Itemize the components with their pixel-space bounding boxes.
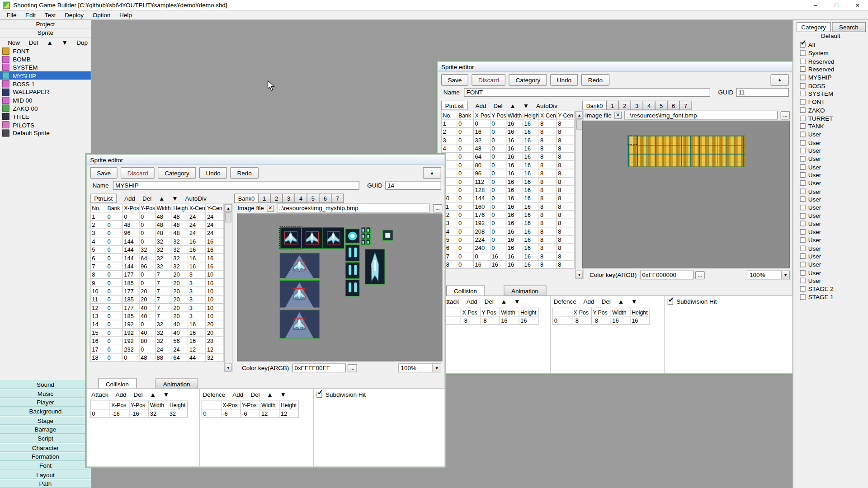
resource-section-button[interactable]: Sound xyxy=(0,380,91,389)
category-filter-item[interactable]: User xyxy=(793,171,868,179)
checkbox[interactable] xyxy=(800,197,805,202)
bank-tab[interactable]: 2 xyxy=(618,101,631,110)
defence-row[interactable]: 0-8-81616 xyxy=(553,316,650,324)
attack-toolbar-button[interactable]: Del xyxy=(133,391,142,398)
category-filter-item[interactable]: User xyxy=(793,211,868,220)
menu-item[interactable]: Edit xyxy=(21,12,40,19)
defence-toolbar-button[interactable]: ▲ xyxy=(267,391,273,398)
bank-tab[interactable]: 3 xyxy=(631,101,643,110)
category-filter-item[interactable]: Reserved xyxy=(793,66,868,74)
editor-toolbar-button[interactable]: Category xyxy=(158,167,196,179)
pattern-row[interactable]: 40480 161688 xyxy=(442,144,575,152)
scroll-up-button[interactable]: ▲ xyxy=(576,111,583,119)
ptn-toolbar-button[interactable]: AutoDiv xyxy=(536,102,557,109)
category-filter-item[interactable]: User xyxy=(793,187,868,195)
subdivision-hit-checkbox[interactable]: ✓ Subdivision Hit xyxy=(668,298,717,305)
category-filter-item[interactable]: BOSS xyxy=(793,82,868,90)
sprite-editor-window-font[interactable]: Sprite editor SaveDiscardCategoryUndoRed… xyxy=(437,61,793,374)
attack-row[interactable]: 0-16-163232 xyxy=(90,409,187,418)
sprite-list-item[interactable]: TITLE xyxy=(0,113,91,121)
bank-tab[interactable]: Bank0 xyxy=(234,194,259,203)
category-filter-item[interactable]: MYSHIP xyxy=(793,74,868,82)
category-filter-item[interactable]: User xyxy=(793,203,868,211)
checkbox[interactable] xyxy=(800,140,805,145)
pattern-row[interactable]: 30960 48482424 xyxy=(90,229,223,237)
pattern-row[interactable]: 1502240 161688 xyxy=(442,235,575,244)
resource-section-button[interactable]: Font xyxy=(0,461,91,470)
checkbox[interactable] xyxy=(800,50,805,56)
category-filter-item[interactable]: STAGE 2 xyxy=(793,285,868,293)
sprite-editor-window-myship[interactable]: Sprite editor SaveDiscardCategoryUndoRed… xyxy=(86,154,446,467)
category-filter-item[interactable]: TURRET xyxy=(793,114,868,122)
pattern-row[interactable]: 1000 48482424 xyxy=(90,212,223,221)
bank-tab[interactable]: 4 xyxy=(294,194,307,203)
pattern-row[interactable]: 1000 161688 xyxy=(442,119,575,127)
clear-image-button[interactable]: ✕ xyxy=(267,204,274,211)
editor-toolbar-button[interactable]: Discard xyxy=(472,74,505,86)
sprite-list-item[interactable]: WALLPAPER xyxy=(0,88,91,96)
pattern-row[interactable]: 30320 161688 xyxy=(442,136,575,144)
category-filter-item[interactable]: User xyxy=(793,220,868,228)
defence-toolbar-button[interactable]: Add xyxy=(584,298,594,305)
category-filter-item[interactable]: User xyxy=(793,155,868,163)
pattern-row[interactable]: 401440 32321616 xyxy=(90,237,223,245)
pattern-row[interactable]: 901850 720310 xyxy=(90,279,223,287)
ptn-toolbar-button[interactable]: ▲ xyxy=(509,102,515,109)
pattern-row[interactable]: 7014496 32321616 xyxy=(90,262,223,270)
category-filter-item[interactable]: User xyxy=(793,277,868,285)
collision-animation-tab[interactable]: Collision xyxy=(446,286,485,296)
pattern-row[interactable]: 180048 88644432 xyxy=(90,353,223,361)
bank-tab[interactable]: 5 xyxy=(307,194,319,203)
clear-image-button[interactable]: ✕ xyxy=(614,112,622,119)
minimize-button[interactable]: – xyxy=(805,0,826,10)
defence-toolbar-button[interactable]: ▼ xyxy=(280,391,286,398)
checkbox[interactable] xyxy=(800,245,805,251)
category-filter-item[interactable]: System xyxy=(793,49,868,57)
category-panel-tab[interactable]: Search xyxy=(832,22,866,32)
sprite-list-item[interactable]: PILOTS xyxy=(0,121,91,129)
sprite-list-item[interactable]: ZAKO 00 xyxy=(0,104,91,113)
checkbox[interactable] xyxy=(800,123,805,129)
bank-tab[interactable]: 6 xyxy=(667,101,680,110)
editor-toolbar-button[interactable]: Undo xyxy=(550,74,578,86)
checkbox[interactable] xyxy=(800,75,805,80)
sprite-list-item[interactable]: BOSS 1 xyxy=(0,80,91,88)
checkbox[interactable]: ✓ xyxy=(316,391,322,397)
pattern-row[interactable]: 1001440 161688 xyxy=(442,194,575,202)
menu-item[interactable]: Help xyxy=(115,12,136,19)
checkbox[interactable] xyxy=(800,262,805,267)
category-filter-item[interactable]: SYSTEM xyxy=(793,90,868,98)
checkbox[interactable] xyxy=(800,148,805,153)
category-filter-item[interactable]: User xyxy=(793,163,868,171)
resource-section-button[interactable]: Script xyxy=(0,434,91,443)
sprite-toolbar-button[interactable]: ▼ xyxy=(61,39,67,46)
category-filter-item[interactable]: Reserved xyxy=(793,57,868,66)
checkbox[interactable] xyxy=(800,253,805,259)
resource-section-button[interactable]: Music xyxy=(0,389,91,398)
table-scrollbar[interactable]: ▲ ▼ xyxy=(224,204,232,372)
image-path-input[interactable]: ..\resources\img_font.bmp xyxy=(624,111,778,120)
sprite-preview-canvas[interactable] xyxy=(582,121,790,268)
bank-tab[interactable]: 2 xyxy=(270,194,283,203)
checkbox[interactable] xyxy=(800,213,805,218)
guid-input[interactable]: 14 xyxy=(385,181,441,190)
pattern-row[interactable]: 1702320 24241212 xyxy=(90,345,223,353)
subdivision-hit-checkbox[interactable]: ✓ Subdivision Hit xyxy=(316,391,366,398)
checkbox[interactable] xyxy=(800,156,805,161)
browse-colorkey-button[interactable]: ... xyxy=(695,271,705,279)
category-filter-item[interactable]: User xyxy=(793,228,868,236)
pattern-row[interactable]: 11018520 720310 xyxy=(90,295,223,303)
checkbox[interactable] xyxy=(800,58,805,64)
pattern-row[interactable]: 1402080 161688 xyxy=(442,227,575,235)
pattern-row[interactable]: 20160 161688 xyxy=(442,127,575,136)
pattern-row[interactable]: 16019280 32561628 xyxy=(90,337,223,345)
close-button[interactable]: ✕ xyxy=(847,0,868,10)
pattern-row[interactable]: 801120 161688 xyxy=(442,177,575,185)
sprite-list-item[interactable]: SYSTEM xyxy=(0,63,91,71)
ptn-toolbar-button[interactable]: Add xyxy=(124,195,135,202)
category-filter-item[interactable]: User xyxy=(793,130,868,138)
sprite-editor-titlebar[interactable]: Sprite editor xyxy=(438,62,793,72)
collision-animation-tab[interactable]: Animation xyxy=(156,379,198,389)
ptn-toolbar-button[interactable]: Del xyxy=(142,195,151,202)
pattern-row[interactable]: 10017720 720310 xyxy=(90,287,223,295)
